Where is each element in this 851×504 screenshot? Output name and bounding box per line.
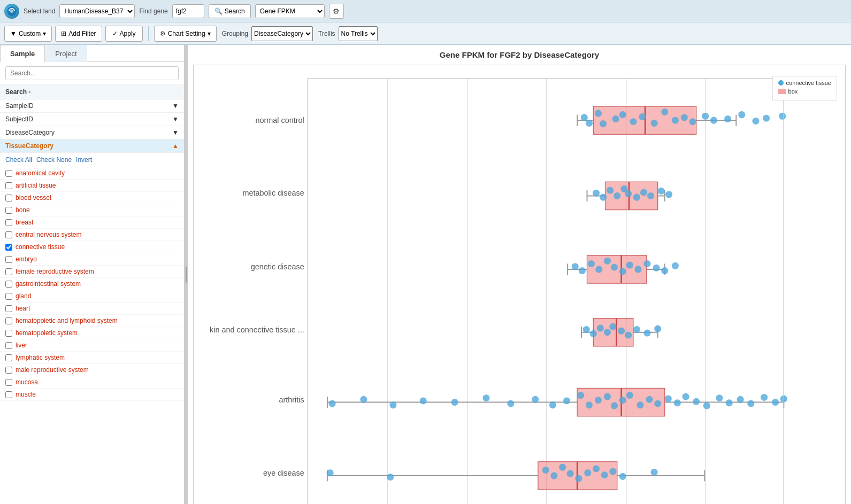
chart-legend: connective tissue box (772, 76, 837, 100)
svg-point-35 (630, 118, 637, 125)
check-female-reproductive[interactable] (5, 268, 12, 275)
svg-point-39 (672, 117, 679, 124)
grouping-label: Grouping (222, 30, 248, 37)
svg-point-117 (577, 392, 584, 399)
y-axis-label: DiseaseCategory (194, 65, 204, 504)
top-toolbar: Select land HumanDisease_B37 Find gene 🔍… (0, 0, 851, 22)
tab-sample[interactable]: Sample (0, 45, 45, 62)
search-section-header: Search - (0, 85, 184, 99)
filter-subjectid[interactable]: SubjectID ▼ (0, 113, 184, 126)
checkbox-mucosa: mucosa (0, 376, 184, 389)
app-logo (4, 4, 19, 19)
svg-point-125 (646, 396, 653, 403)
find-gene-label: Find gene (139, 7, 167, 15)
check-embryo[interactable] (5, 256, 12, 263)
settings-button[interactable]: ⚙ (329, 4, 344, 19)
svg-point-145 (327, 469, 334, 476)
check-mucosa[interactable] (5, 379, 12, 386)
svg-point-129 (683, 393, 689, 400)
svg-point-156 (619, 473, 626, 480)
check-hematopoietic[interactable] (5, 330, 12, 337)
svg-point-127 (665, 396, 672, 402)
check-gastrointestinal[interactable] (5, 281, 12, 288)
svg-point-55 (593, 190, 600, 197)
svg-point-60 (625, 190, 632, 197)
search-button[interactable]: 🔍 Search (209, 4, 251, 18)
svg-point-134 (737, 396, 744, 403)
chart-svg: -4 -2 0 2 4 6 8 normal control metabolic… (210, 71, 840, 504)
check-all-link[interactable]: Check All (5, 156, 32, 164)
svg-point-44 (724, 115, 731, 122)
svg-point-80 (634, 266, 641, 273)
svg-point-122 (619, 397, 626, 404)
check-hematopoietic-lymphoid[interactable] (5, 317, 12, 324)
legend-connective-tissue: connective tissue (778, 80, 831, 86)
svg-rect-158 (308, 79, 784, 504)
svg-point-115 (549, 401, 556, 408)
checkbox-hematopoietic-lymphoid: hematopoietic and lymphoid system (0, 315, 184, 327)
filter-diseasecategory[interactable]: DiseaseCategory ▼ (0, 126, 184, 139)
svg-point-100 (654, 325, 661, 332)
svg-point-135 (747, 400, 754, 407)
check-liver[interactable] (5, 342, 12, 349)
filter-search-input[interactable] (5, 66, 179, 80)
custom-button[interactable]: ▼ Custom ▾ (4, 26, 52, 42)
svg-point-110 (420, 397, 427, 404)
svg-point-131 (703, 402, 710, 409)
apply-button[interactable]: ✓ Apply (105, 26, 143, 42)
svg-point-45 (738, 111, 745, 118)
search-icon: 🔍 (214, 7, 223, 15)
checkbox-breast: breast (0, 216, 184, 229)
checkbox-bone: bone (0, 204, 184, 216)
filter-tissuecategory[interactable]: TissueCategory ▲ (0, 139, 184, 153)
svg-point-61 (633, 194, 640, 201)
check-connective-tissue[interactable] (5, 244, 12, 251)
search-box-wrap (0, 62, 184, 85)
check-bone[interactable] (5, 207, 12, 214)
gene-metric-dropdown[interactable]: Gene FPKM Gene TPM (255, 4, 325, 18)
check-heart[interactable] (5, 305, 12, 312)
svg-point-120 (604, 393, 611, 400)
svg-point-79 (626, 262, 633, 269)
select-land-dropdown[interactable]: HumanDisease_B37 (59, 4, 135, 18)
checkbox-blood-vessel: blood vessel (0, 192, 184, 204)
svg-point-30 (586, 120, 593, 127)
invert-link[interactable]: Invert (76, 156, 92, 164)
checkbox-female-reproductive: female reproductive system (0, 266, 184, 278)
filter-sampleid[interactable]: SampleID ▼ (0, 99, 184, 113)
svg-text:arthritis: arthritis (279, 396, 304, 404)
tab-project[interactable]: Project (45, 45, 87, 62)
chart-setting-button[interactable]: ⚙ Chart Setting ▾ (154, 26, 217, 42)
checkbox-gastrointestinal: gastrointestinal system (0, 278, 184, 290)
check-muscle[interactable] (5, 391, 12, 398)
svg-text:normal control: normal control (256, 116, 304, 125)
svg-point-98 (633, 326, 640, 333)
svg-point-146 (387, 474, 394, 480)
check-gland[interactable] (5, 293, 12, 300)
check-lymphatic[interactable] (5, 354, 12, 361)
svg-point-111 (451, 399, 458, 406)
add-filter-button[interactable]: ⊞ Add Filter (55, 26, 102, 42)
svg-point-124 (637, 401, 643, 408)
svg-point-65 (665, 191, 672, 198)
find-gene-input[interactable] (172, 4, 204, 18)
svg-point-109 (389, 401, 396, 408)
svg-point-74 (588, 260, 595, 267)
check-none-link[interactable]: Check None (36, 156, 72, 164)
check-breast[interactable] (5, 219, 12, 226)
main-layout: Sample Project Search - SampleID ▼ Subje… (0, 45, 851, 504)
check-anatomical-cavity[interactable] (5, 170, 12, 177)
svg-point-46 (752, 118, 759, 125)
check-central-nervous-system[interactable] (5, 231, 12, 238)
grouping-dropdown[interactable]: DiseaseCategory TissueCategory (251, 26, 313, 41)
trellis-dropdown[interactable]: No Trellis (339, 26, 378, 41)
svg-point-119 (595, 397, 602, 404)
svg-point-78 (619, 268, 626, 275)
chart-title: Gene FPKM for FGF2 by DiseaseCategory (193, 50, 846, 59)
check-male-reproductive[interactable] (5, 367, 12, 374)
plus-icon: ⊞ (61, 30, 66, 37)
checkbox-liver: liver (0, 339, 184, 352)
svg-point-1 (10, 10, 13, 13)
check-blood-vessel[interactable] (5, 195, 12, 201)
check-artificial-tissue[interactable] (5, 182, 12, 189)
